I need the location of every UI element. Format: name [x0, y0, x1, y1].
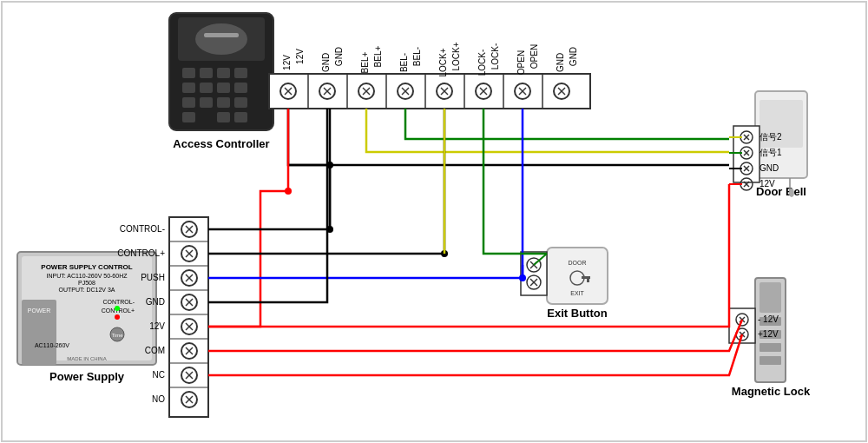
svg-point-174	[285, 188, 292, 195]
svg-rect-148	[582, 276, 590, 279]
svg-text:COM: COM	[145, 346, 165, 355]
svg-rect-19	[234, 112, 247, 122]
svg-text:LOCK+: LOCK+	[451, 42, 461, 70]
svg-text:- 12V: - 12V	[758, 314, 779, 324]
svg-text:BEL+: BEL+	[373, 45, 383, 67]
svg-rect-12	[234, 83, 247, 93]
power-supply-label: Power Supply	[49, 370, 125, 383]
magnetic-lock-label: Magnetic Lock	[732, 385, 811, 398]
svg-rect-16	[234, 97, 247, 108]
svg-rect-6	[200, 68, 213, 78]
wiring-diagram: Access Controller	[0, 0, 868, 443]
svg-rect-14	[200, 97, 213, 108]
svg-point-175	[519, 274, 526, 281]
svg-text:INPUT: AC110-260V 50-60HZ: INPUT: AC110-260V 50-60HZ	[47, 273, 128, 279]
svg-text:LOCK-: LOCK-	[477, 50, 487, 76]
svg-text:CONTROL+: CONTROL+	[117, 248, 165, 258]
svg-text:GND: GND	[321, 53, 331, 72]
svg-text:Time: Time	[111, 333, 123, 338]
svg-rect-162	[760, 343, 781, 352]
svg-text:PJ508: PJ508	[78, 280, 95, 286]
access-controller-label: Access Controller	[173, 137, 269, 150]
svg-rect-163	[760, 356, 781, 365]
svg-point-144	[789, 188, 794, 197]
svg-text:NO: NO	[152, 394, 165, 404]
svg-rect-17	[182, 112, 195, 122]
svg-rect-149	[587, 279, 589, 282]
svg-rect-159	[760, 282, 781, 313]
svg-text:AC110-260V: AC110-260V	[35, 342, 69, 348]
svg-rect-5	[182, 68, 195, 78]
svg-rect-4	[204, 33, 239, 37]
svg-text:GND: GND	[556, 53, 565, 72]
svg-text:CONTROL-: CONTROL-	[102, 299, 135, 305]
svg-text:OPEN: OPEN	[516, 50, 526, 75]
svg-text:PUSH: PUSH	[141, 273, 165, 282]
svg-point-79	[115, 314, 120, 320]
svg-point-3	[195, 23, 247, 55]
svg-text:LOCK-: LOCK-	[490, 43, 500, 70]
svg-text:GND: GND	[146, 297, 165, 307]
svg-text:+12V: +12V	[758, 329, 779, 339]
exit-button-label: Exit Button	[547, 307, 607, 320]
svg-rect-10	[200, 83, 213, 93]
svg-text:信号1: 信号1	[760, 148, 782, 157]
svg-text:EXIT: EXIT	[570, 290, 584, 296]
svg-rect-9	[182, 83, 195, 93]
svg-text:12V: 12V	[295, 49, 305, 64]
svg-text:MADE IN CHINA: MADE IN CHINA	[67, 356, 106, 361]
svg-text:GND: GND	[334, 47, 344, 66]
svg-text:POWER: POWER	[28, 307, 50, 314]
svg-text:BEL+: BEL+	[360, 51, 370, 73]
svg-text:LOCK+: LOCK+	[438, 48, 448, 76]
svg-text:BEL-: BEL-	[412, 47, 422, 66]
svg-text:POWER SUPPLY CONTROL: POWER SUPPLY CONTROL	[41, 263, 132, 271]
svg-rect-13	[182, 97, 195, 108]
svg-point-78	[115, 306, 120, 311]
svg-text:OUTPUT: DC12V  3A: OUTPUT: DC12V 3A	[59, 287, 115, 293]
svg-text:12V: 12V	[149, 321, 165, 331]
svg-rect-8	[234, 68, 247, 78]
svg-text:GND: GND	[569, 47, 578, 66]
svg-text:OPEN: OPEN	[529, 44, 539, 69]
svg-rect-15	[217, 97, 230, 108]
svg-text:12V: 12V	[282, 55, 292, 70]
svg-text:BEL-: BEL-	[399, 53, 409, 72]
svg-rect-18	[217, 112, 230, 122]
svg-rect-7	[217, 68, 230, 78]
door-bell-label: Door Bell	[756, 185, 806, 198]
svg-text:信号2: 信号2	[760, 132, 782, 142]
svg-text:GND: GND	[760, 163, 779, 173]
svg-text:NC: NC	[153, 370, 165, 380]
svg-rect-11	[217, 83, 230, 93]
svg-text:CONTROL-: CONTROL-	[120, 224, 165, 234]
svg-text:DOOR: DOOR	[569, 260, 587, 266]
svg-rect-0	[0, 0, 868, 443]
